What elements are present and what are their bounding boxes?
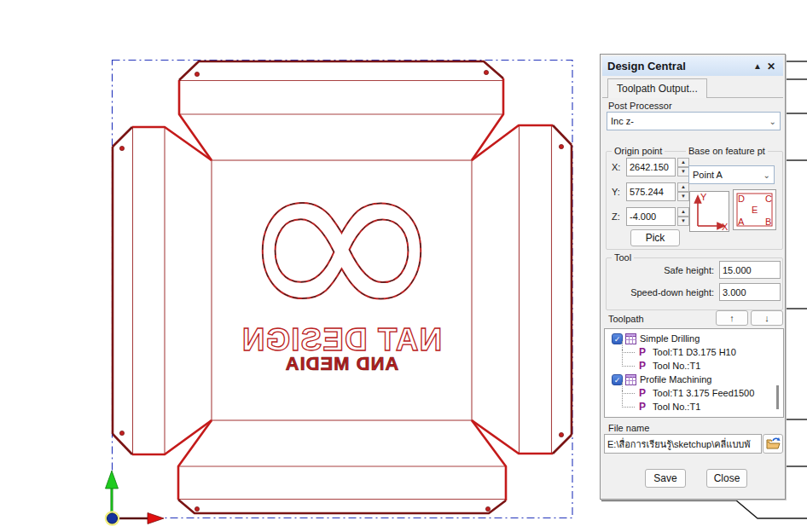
y-label: Y: bbox=[612, 187, 620, 197]
origin-point-group-label: Origin point bbox=[612, 146, 665, 156]
panel-title: Design Central bbox=[607, 60, 751, 72]
tree-item-detail[interactable]: P Tool:T1 3.175 Feed1500 bbox=[639, 386, 754, 400]
spin-up-icon: ▲ bbox=[677, 182, 689, 192]
axis-preview-box: Y X bbox=[689, 191, 729, 232]
x-axis-arrow bbox=[148, 513, 164, 524]
y-axis-arrow bbox=[106, 471, 119, 489]
file-path-input[interactable]: E:\สื่อการเรียนรู้\sketchup\คลี่แบบพั bbox=[604, 434, 762, 454]
chevron-down-icon: ⌄ bbox=[763, 171, 770, 180]
save-button[interactable]: Save bbox=[645, 469, 686, 488]
spin-up-icon: ▲ bbox=[677, 158, 689, 167]
corner-d-label: D bbox=[738, 194, 745, 204]
file-name-label: File name bbox=[608, 423, 649, 433]
spin-down-icon: ▼ bbox=[677, 192, 689, 201]
tree-item-label: Tool No.:T1 bbox=[653, 361, 700, 371]
spin-down-icon: ▼ bbox=[677, 217, 689, 226]
tree-item-label: Tool:T1 D3.175 H10 bbox=[653, 347, 736, 357]
move-down-button[interactable]: ↓ bbox=[751, 310, 783, 326]
pick-button[interactable]: Pick bbox=[630, 229, 680, 246]
spin-down-icon: ▼ bbox=[677, 167, 689, 176]
safe-height-input[interactable]: 15.000 bbox=[719, 261, 781, 279]
post-processor-value: Inc z- bbox=[611, 116, 634, 126]
arrow-up-icon: ↑ bbox=[729, 313, 734, 323]
post-processor-select[interactable]: Inc z- ⌄ bbox=[607, 112, 781, 130]
application-window: { "window": { "title": "Design Central",… bbox=[0, 0, 807, 532]
tree-item-label: Tool No.:T1 bbox=[653, 402, 700, 412]
x-label: X: bbox=[612, 162, 620, 172]
parameter-icon: P bbox=[639, 401, 646, 413]
tree-item-detail[interactable]: P Tool No.:T1 bbox=[639, 359, 700, 373]
base-on-feature-label: Base on feature pt bbox=[686, 146, 768, 156]
feature-point-preview-box: D C E A B bbox=[733, 189, 776, 230]
origin-point bbox=[107, 513, 118, 523]
tool-group-label: Tool bbox=[612, 252, 634, 263]
corner-b-label: B bbox=[765, 217, 771, 227]
tree-item-label: Profile Machining bbox=[640, 374, 711, 385]
safe-height-label: Safe height: bbox=[618, 265, 714, 275]
tree-item-detail[interactable]: P Tool:T1 D3.175 H10 bbox=[639, 345, 736, 359]
x-input[interactable]: 2642.150 bbox=[626, 158, 676, 176]
base-point-value: Point A bbox=[693, 170, 723, 180]
open-folder-icon bbox=[765, 437, 781, 450]
z-input[interactable]: -4.000 bbox=[626, 207, 676, 226]
x-spinner[interactable]: ▲ ▼ bbox=[677, 158, 689, 176]
design-central-panel: Design Central ▲ ✕ Toolpath Output... Po… bbox=[600, 54, 786, 500]
tree-scrollbar-thumb[interactable] bbox=[776, 385, 779, 409]
toolpath-label: Toolpath bbox=[608, 314, 644, 324]
tree-connector bbox=[622, 390, 635, 408]
speed-down-height-input[interactable]: 3.000 bbox=[719, 283, 781, 301]
tab-label: Toolpath Output... bbox=[617, 83, 698, 95]
z-spinner[interactable]: ▲ ▼ bbox=[677, 207, 689, 226]
parameter-icon: P bbox=[639, 360, 646, 372]
axis-y-letter: Y bbox=[700, 192, 707, 202]
close-button[interactable]: Close bbox=[706, 469, 747, 488]
y-input[interactable]: 575.244 bbox=[626, 182, 676, 201]
corner-e-label: E bbox=[752, 205, 758, 215]
axis-x-letter: X bbox=[722, 222, 729, 231]
speed-down-height-label: Speed-down height: bbox=[607, 287, 714, 298]
logo-text-line1: NAT DESIGN bbox=[241, 322, 442, 357]
tree-item-label: Tool:T1 3.175 Feed1500 bbox=[653, 388, 754, 398]
tree-connector bbox=[622, 350, 635, 367]
browse-button[interactable] bbox=[763, 434, 783, 454]
arrow-down-icon: ↓ bbox=[764, 313, 769, 323]
origin-axes bbox=[106, 471, 165, 525]
parameter-icon: P bbox=[639, 346, 646, 358]
spin-up-icon: ▲ bbox=[677, 207, 689, 217]
corner-a-label: A bbox=[738, 217, 745, 227]
base-point-select[interactable]: Point A ⌄ bbox=[688, 165, 775, 184]
parameter-icon: P bbox=[639, 387, 646, 399]
z-label: Z: bbox=[612, 211, 620, 222]
panel-titlebar[interactable]: Design Central ▲ ✕ bbox=[602, 56, 783, 76]
post-processor-label: Post Processor bbox=[608, 101, 672, 111]
move-up-button[interactable]: ↑ bbox=[716, 310, 748, 326]
close-icon[interactable]: ✕ bbox=[764, 61, 778, 72]
tree-item-detail[interactable]: P Tool No.:T1 bbox=[639, 400, 700, 413]
tab-toolpath-output[interactable]: Toolpath Output... bbox=[607, 78, 707, 98]
tab-strip: Toolpath Output... bbox=[602, 78, 783, 98]
y-spinner[interactable]: ▲ ▼ bbox=[677, 182, 689, 201]
collapse-icon[interactable]: ▲ bbox=[751, 61, 764, 71]
logo-text-line2: AND MEDIA bbox=[285, 353, 399, 374]
tree-item-label: Simple Drilling bbox=[640, 333, 700, 344]
logo-artwork: ∞ ∞ NAT DESIGN AND MEDIA bbox=[235, 90, 449, 388]
corner-c-label: C bbox=[765, 194, 772, 204]
toolpath-tree[interactable]: ✓ Simple Drilling P Tool:T1 D3.175 H10 P… bbox=[604, 328, 784, 418]
chevron-down-icon: ⌄ bbox=[769, 117, 776, 126]
